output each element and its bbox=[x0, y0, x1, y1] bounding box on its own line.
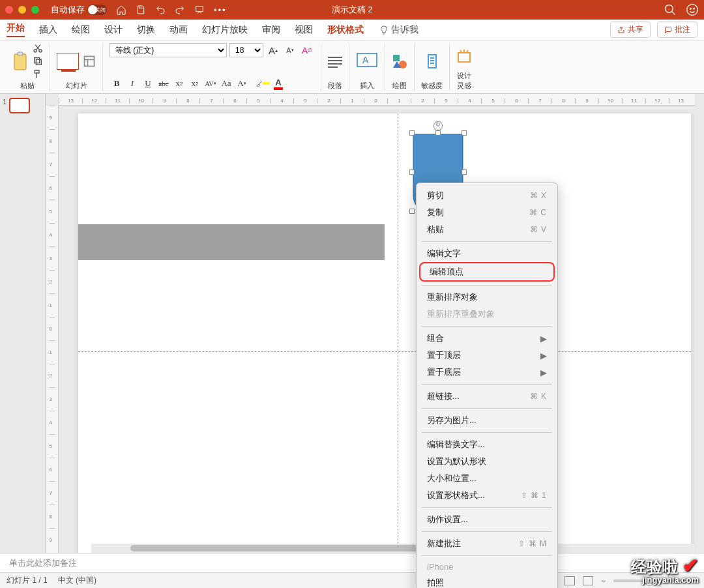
maximize-window-icon[interactable] bbox=[31, 6, 39, 14]
tab-draw[interactable]: 绘图 bbox=[72, 24, 90, 36]
group-label-sensitivity: 敏感度 bbox=[421, 81, 443, 91]
ctx-action[interactable]: 动作设置... bbox=[417, 511, 557, 528]
tab-design[interactable]: 设计 bbox=[104, 24, 123, 36]
home-icon[interactable] bbox=[116, 5, 126, 15]
reading-view-icon[interactable] bbox=[565, 576, 575, 585]
underline-button[interactable]: U bbox=[141, 76, 155, 91]
tell-me[interactable]: 告诉我 bbox=[379, 24, 418, 36]
bold-button[interactable]: B bbox=[110, 76, 124, 91]
grey-rectangle-shape[interactable] bbox=[78, 224, 385, 260]
svg-rect-5 bbox=[18, 52, 23, 55]
toggle-switch[interactable]: 关闭 bbox=[87, 5, 107, 15]
save-icon[interactable] bbox=[136, 5, 146, 15]
group-label-draw: 绘图 bbox=[392, 81, 407, 91]
group-label-insert: 插入 bbox=[360, 81, 374, 91]
search-icon[interactable] bbox=[664, 3, 677, 16]
present-icon[interactable] bbox=[194, 5, 205, 15]
close-window-icon[interactable] bbox=[5, 6, 13, 14]
paste-button[interactable] bbox=[12, 51, 29, 71]
ctx-separator bbox=[422, 531, 552, 532]
strike-button[interactable]: abc bbox=[156, 76, 171, 91]
sensitivity-icon[interactable] bbox=[424, 53, 440, 69]
textbox-button[interactable]: A bbox=[356, 52, 378, 70]
checkmark-icon: ✔ bbox=[682, 555, 699, 576]
ctx-size-pos[interactable]: 大小和位置... bbox=[417, 470, 557, 487]
comment-button[interactable]: 批注 bbox=[657, 22, 697, 38]
ctx-reorder[interactable]: 重新排序对象 bbox=[417, 289, 557, 306]
tab-transition[interactable]: 切换 bbox=[137, 24, 155, 36]
resize-handle-ml[interactable] bbox=[409, 169, 415, 175]
group-label-paragraph: 段落 bbox=[328, 81, 342, 91]
increase-font-button[interactable]: A▴ bbox=[266, 43, 280, 57]
ctx-send-back[interactable]: 置于底层▶ bbox=[417, 364, 557, 381]
ctx-edit-text[interactable]: 编辑文字 bbox=[417, 245, 557, 262]
resize-handle-tr[interactable] bbox=[462, 130, 467, 136]
layout-icon[interactable] bbox=[83, 55, 96, 68]
textbox-icon: A bbox=[356, 52, 378, 70]
autosave-toggle[interactable]: 自动保存 关闭 bbox=[51, 4, 107, 16]
ctx-group[interactable]: 组合▶ bbox=[417, 330, 557, 347]
tab-insert[interactable]: 插入 bbox=[39, 24, 57, 36]
ctx-set-default[interactable]: 设置为默认形状 bbox=[417, 453, 557, 470]
ctx-paste[interactable]: 粘贴⌘ V bbox=[417, 221, 557, 238]
design-ideas-icon[interactable] bbox=[456, 49, 472, 65]
group-insert: A 插入 bbox=[349, 43, 385, 91]
ctx-edit-points[interactable]: 编辑顶点 bbox=[430, 265, 544, 279]
share-button[interactable]: 共享 bbox=[610, 22, 651, 38]
superscript-button[interactable]: x2 bbox=[172, 76, 186, 91]
tab-view[interactable]: 视图 bbox=[295, 24, 313, 36]
ctx-cut[interactable]: 剪切⌘ X bbox=[417, 187, 557, 204]
horizontal-scrollbar[interactable] bbox=[91, 544, 695, 553]
font-color-button[interactable]: A bbox=[271, 76, 286, 91]
resize-handle-tl[interactable] bbox=[409, 130, 415, 136]
paragraph-icon[interactable] bbox=[328, 57, 342, 68]
subscript-button[interactable]: x2 bbox=[188, 76, 202, 91]
copy-icon[interactable] bbox=[33, 56, 43, 66]
font-size-select[interactable]: 18 bbox=[229, 43, 263, 57]
slideshow-view-icon[interactable] bbox=[583, 576, 593, 585]
ctx-separator bbox=[422, 408, 552, 409]
vertical-scrollbar[interactable] bbox=[695, 94, 704, 544]
rotate-handle[interactable] bbox=[433, 121, 443, 130]
resize-handle-bl[interactable] bbox=[409, 209, 415, 214]
tab-animation[interactable]: 动画 bbox=[169, 24, 188, 36]
ctx-alt-text[interactable]: 编辑替换文字... bbox=[417, 436, 557, 453]
thumbnail-1[interactable]: 1 bbox=[0, 98, 45, 113]
tab-review[interactable]: 审阅 bbox=[262, 24, 280, 36]
language-indicator[interactable]: 中文 (中国) bbox=[58, 575, 96, 586]
shapes-icon[interactable] bbox=[392, 53, 407, 69]
slide-icon bbox=[57, 53, 79, 70]
tab-slideshow[interactable]: 幻灯片放映 bbox=[202, 24, 248, 36]
notes-panel[interactable]: 单击此处添加备注 bbox=[0, 553, 704, 572]
font-fill-button[interactable]: A▾ bbox=[235, 76, 249, 91]
font-name-select[interactable]: 等线 (正文) bbox=[110, 43, 227, 57]
italic-button[interactable]: I bbox=[125, 76, 139, 91]
new-slide-button[interactable] bbox=[57, 53, 79, 70]
ctx-new-comment[interactable]: 新建批注⇧ ⌘ M bbox=[417, 535, 557, 552]
cut-icon[interactable] bbox=[33, 43, 43, 53]
undo-icon[interactable] bbox=[155, 5, 166, 15]
zoom-out-button[interactable]: − bbox=[601, 576, 606, 585]
resize-handle-mr[interactable] bbox=[462, 169, 467, 175]
ctx-save-as-pic[interactable]: 另存为图片... bbox=[417, 412, 557, 429]
char-spacing-button[interactable]: AV▾ bbox=[203, 76, 218, 91]
slide-canvas[interactable] bbox=[78, 113, 691, 553]
ctx-copy[interactable]: 复制⌘ C bbox=[417, 204, 557, 221]
tab-shape-format[interactable]: 形状格式 bbox=[327, 24, 364, 36]
minimize-window-icon[interactable] bbox=[18, 6, 26, 14]
ctx-hyperlink[interactable]: 超链接...⌘ K bbox=[417, 388, 557, 405]
tab-home[interactable]: 开始 bbox=[7, 22, 25, 37]
ctx-format-shape[interactable]: 设置形状格式...⇧ ⌘ 1 bbox=[417, 487, 557, 504]
more-icon[interactable]: ••• bbox=[214, 5, 227, 15]
resize-handle-tm[interactable] bbox=[435, 130, 441, 136]
redo-icon[interactable] bbox=[175, 5, 185, 15]
ctx-bring-front[interactable]: 置于顶层▶ bbox=[417, 347, 557, 364]
change-case-button[interactable]: Aa bbox=[219, 76, 233, 91]
decrease-font-button[interactable]: A▾ bbox=[283, 43, 297, 57]
highlight-button[interactable] bbox=[256, 76, 270, 91]
clear-format-button[interactable]: A∅ bbox=[300, 43, 314, 57]
account-icon[interactable] bbox=[686, 3, 699, 16]
ctx-photo[interactable]: 拍照 bbox=[417, 574, 557, 588]
format-painter-icon[interactable] bbox=[33, 69, 43, 80]
svg-point-2 bbox=[690, 8, 692, 10]
